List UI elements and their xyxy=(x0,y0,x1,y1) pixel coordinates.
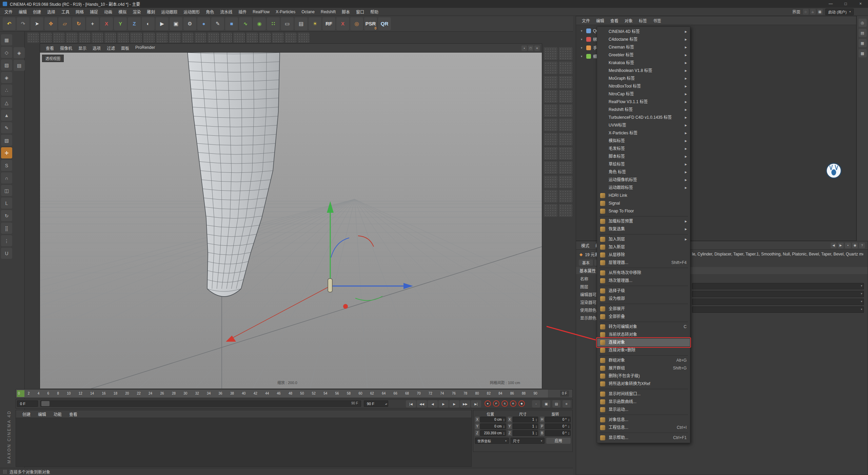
realflow-icon[interactable]: RF xyxy=(322,17,335,30)
context-menu-item[interactable]: Cineman 标签 xyxy=(597,43,690,51)
position-x-field[interactable]: 0 cm xyxy=(480,417,506,422)
octane-icon[interactable]: ◎ xyxy=(350,17,363,30)
menubar-item[interactable]: 工具 xyxy=(58,9,73,15)
context-menu-item[interactable]: 连接对象+删除 xyxy=(597,346,690,354)
menubar-item[interactable]: 插件 xyxy=(235,9,250,15)
context-menu-item[interactable]: MeshBoolean V1.8 标签 xyxy=(597,67,690,75)
context-menu-item[interactable]: 运动跟踪标签 xyxy=(597,184,690,192)
context-menu-item[interactable]: 工程信息... Ctrl+I xyxy=(597,424,690,432)
rotate-tool-icon[interactable]: ↻ xyxy=(1,210,12,221)
palette-tool-icon[interactable] xyxy=(544,104,557,117)
palette-tool-icon[interactable] xyxy=(559,76,572,89)
attribute-manager-menu[interactable]: 模式 xyxy=(578,243,592,248)
material-manager-menu[interactable]: 功能 xyxy=(50,411,65,417)
context-menu-item[interactable]: 场次管理器... xyxy=(597,277,690,285)
render-picture-viewer-icon[interactable]: ▣ xyxy=(170,17,182,30)
menubar-item[interactable]: 运动跟踪 xyxy=(158,9,180,15)
mirror-icon[interactable]: ◫ xyxy=(1,185,12,196)
viewport-menu-item[interactable]: ProRender xyxy=(132,45,158,51)
material-sphere-icon[interactable]: ● xyxy=(197,17,210,30)
attribute-dropdown[interactable]: ▾ xyxy=(692,299,864,305)
context-menu-item[interactable]: 角色 标签 xyxy=(597,168,690,176)
size-y-field[interactable]: 1 xyxy=(513,423,538,429)
palette-tool-icon[interactable] xyxy=(559,133,572,146)
menubar-item[interactable]: 帮助 xyxy=(367,9,381,15)
attribute-dropdown[interactable]: ▾ xyxy=(692,291,864,297)
context-menu-item[interactable]: 加载标签预置 xyxy=(597,217,690,225)
context-menu-item[interactable]: 连接对象 xyxy=(597,339,690,346)
next-key-button[interactable]: ▶▶ xyxy=(460,400,470,407)
current-frame-field[interactable]: 0 F xyxy=(17,400,38,407)
camera-icon[interactable]: ▤ xyxy=(295,17,308,30)
goto-start-button[interactable]: |◀ xyxy=(406,400,416,407)
menubar-item[interactable]: 运动图形 xyxy=(180,9,203,15)
palette-tool-icon[interactable] xyxy=(559,104,572,117)
spline-pen-icon[interactable]: ∿ xyxy=(239,17,252,30)
palette-tool-icon[interactable] xyxy=(544,118,557,131)
history-forward-icon[interactable]: ▶ xyxy=(838,243,844,248)
content-browser-icon[interactable]: ▤ xyxy=(14,60,25,71)
palette-tool-icon[interactable] xyxy=(559,190,572,203)
palette-tool-icon[interactable] xyxy=(559,147,572,160)
context-menu-item[interactable]: 显示帮助... Ctrl+F1 xyxy=(597,434,690,442)
record-camera-button[interactable]: ▤ xyxy=(552,400,560,407)
context-menu-item[interactable] xyxy=(597,354,690,357)
context-menu-item[interactable]: 毛发标签 xyxy=(597,145,690,153)
help-icon[interactable]: ? xyxy=(859,243,865,248)
menubar-item[interactable]: RealFlow xyxy=(250,10,273,14)
om-search-icon[interactable]: ◎ xyxy=(859,19,867,27)
polygons-mode-icon[interactable]: ▲ xyxy=(1,110,12,121)
context-menu-item[interactable]: Snap To Floor xyxy=(597,207,690,215)
edges-mode-icon[interactable]: △ xyxy=(1,97,12,108)
context-menu-item[interactable]: 从层移除 xyxy=(597,251,690,259)
last-tool-icon[interactable]: + xyxy=(86,17,99,30)
timeline-ruler[interactable]: 0246810121416182022242628303234363840424… xyxy=(16,389,573,398)
psr-icon[interactable]: PSR0 xyxy=(364,17,377,30)
coordinate-mode-select[interactable]: 尺寸▾ xyxy=(511,438,545,444)
context-menu-item[interactable]: 将所选对象转换为XRef xyxy=(597,380,690,388)
palette-tool-icon[interactable] xyxy=(559,161,572,174)
live-selection-icon[interactable]: ➤ xyxy=(31,17,43,30)
context-menu-item[interactable]: 删除(不包含子级) xyxy=(597,372,690,380)
modeling-tool-icon[interactable] xyxy=(246,33,258,43)
modeling-tool-icon[interactable] xyxy=(272,33,283,43)
autokey-button[interactable]: ◦ xyxy=(532,400,540,407)
x-axis-lock-icon[interactable]: X xyxy=(100,17,113,30)
context-menu-item[interactable]: MoGraph 标签 xyxy=(597,75,690,82)
move-tool-icon[interactable]: ✥ xyxy=(44,17,57,30)
context-menu-item[interactable]: HDRI Link xyxy=(597,192,690,200)
workplane-mode-icon[interactable]: ◈ xyxy=(1,72,12,83)
play-button[interactable]: ▶ xyxy=(438,400,449,407)
menubar-item[interactable]: Redshift xyxy=(318,10,339,14)
palette-tool-icon[interactable] xyxy=(544,61,557,74)
palette-tool-icon[interactable] xyxy=(544,204,557,217)
y-axis-lock-icon[interactable]: Y xyxy=(114,17,127,30)
modeling-tool-icon[interactable] xyxy=(220,33,232,43)
subdivision-surface-icon[interactable]: ◉ xyxy=(253,17,266,30)
viewport-menu-item[interactable]: 摄像机 xyxy=(57,45,75,51)
modeling-tool-icon[interactable] xyxy=(66,33,77,43)
layout-select[interactable]: 启动 (用户) ▾ xyxy=(825,8,854,15)
menubar-item[interactable]: 动画 xyxy=(101,9,115,15)
search-icon[interactable]: ◌ xyxy=(803,9,809,15)
dots-grid-icon[interactable]: ⣿ xyxy=(1,223,12,234)
enable-snap-icon[interactable]: ∩ xyxy=(1,172,12,184)
viewport-menu-item[interactable]: 选项 xyxy=(90,45,104,51)
expand-caret-icon[interactable]: ▾ xyxy=(581,29,584,33)
floor-icon[interactable]: ▭ xyxy=(281,17,294,30)
palette-tool-icon[interactable] xyxy=(559,118,572,131)
modeling-tool-icon[interactable] xyxy=(143,33,155,43)
palette-tool-icon[interactable] xyxy=(544,190,557,203)
viewport-menu-item[interactable]: 面板 xyxy=(118,45,132,51)
palette-tool-icon[interactable] xyxy=(544,161,557,174)
xparticles-icon[interactable]: X xyxy=(336,17,349,30)
attribute-dropdown[interactable]: ▾ xyxy=(692,306,864,313)
viewport-pin-icon[interactable]: ▪ xyxy=(521,45,527,51)
material-manager-menu[interactable]: 编辑 xyxy=(34,411,50,417)
context-menu-item[interactable]: TurbulenceFD C4D v1.0.1435 标签 xyxy=(597,114,690,121)
palette-tool-icon[interactable] xyxy=(544,133,557,146)
modeling-tool-icon[interactable] xyxy=(92,33,103,43)
context-menu-item[interactable]: 全部展开 xyxy=(597,305,690,313)
context-menu-item[interactable]: 显示函数曲线... xyxy=(597,398,690,406)
next-frame-button[interactable]: ▶ xyxy=(449,400,459,407)
